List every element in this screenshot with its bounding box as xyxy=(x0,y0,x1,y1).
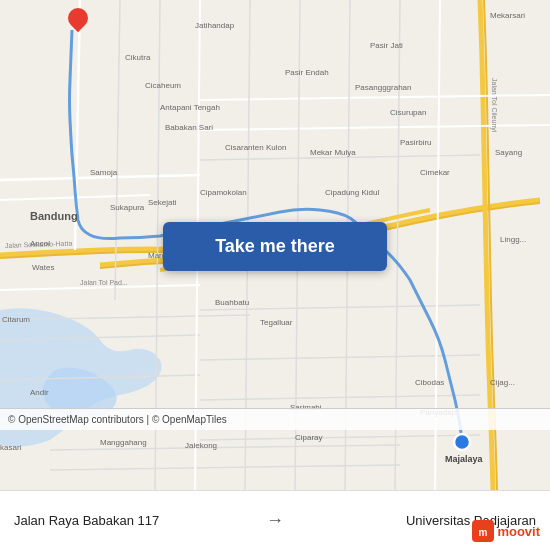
svg-text:Pasirbiru: Pasirbiru xyxy=(400,138,432,147)
svg-text:Mekar Mulya: Mekar Mulya xyxy=(310,148,356,157)
svg-text:Cimekar: Cimekar xyxy=(420,168,450,177)
svg-text:Cisurupan: Cisurupan xyxy=(390,108,426,117)
arrow-icon: → xyxy=(266,510,284,531)
svg-text:Pasir Endah: Pasir Endah xyxy=(285,68,329,77)
svg-text:Jalan Tol Cileunyi: Jalan Tol Cileunyi xyxy=(490,78,498,133)
svg-point-69 xyxy=(454,434,470,450)
svg-text:kasari: kasari xyxy=(0,443,22,452)
svg-text:Jatihandap: Jatihandap xyxy=(195,21,235,30)
svg-text:Sayang: Sayang xyxy=(495,148,522,157)
moovit-logo-text: moovit xyxy=(497,524,540,539)
moovit-icon: m xyxy=(472,520,494,542)
svg-text:Sekejati: Sekejati xyxy=(148,198,177,207)
origin-pin xyxy=(68,8,88,36)
svg-text:Cisaranten Kulon: Cisaranten Kulon xyxy=(225,143,286,152)
moovit-logo: m moovit xyxy=(472,520,540,542)
from-label: Jalan Raya Babakan 117 xyxy=(14,513,254,528)
svg-text:Mekarsari: Mekarsari xyxy=(490,11,525,20)
attribution-text: © OpenStreetMap contributors | © OpenMap… xyxy=(8,414,227,425)
svg-text:Manggahang: Manggahang xyxy=(100,438,147,447)
map-container: Bandung Jatihandap Cikutra Cicaheum Pasi… xyxy=(0,0,550,490)
bottom-bar: Jalan Raya Babakan 117 → Universitas Pad… xyxy=(0,490,550,550)
svg-text:Samoja: Samoja xyxy=(90,168,118,177)
svg-text:Ciparay: Ciparay xyxy=(295,433,323,442)
svg-text:Wates: Wates xyxy=(32,263,54,272)
svg-text:Ancol: Ancol xyxy=(30,239,50,248)
svg-text:Majalaya: Majalaya xyxy=(445,454,484,464)
svg-text:Cicaheum: Cicaheum xyxy=(145,81,181,90)
svg-text:Cibodas: Cibodas xyxy=(415,378,444,387)
attribution-bar: © OpenStreetMap contributors | © OpenMap… xyxy=(0,408,550,430)
svg-text:Bandung: Bandung xyxy=(30,210,78,222)
svg-text:Andir: Andir xyxy=(30,388,49,397)
svg-text:Cipamokolan: Cipamokolan xyxy=(200,188,247,197)
svg-text:Cijag...: Cijag... xyxy=(490,378,515,387)
svg-text:Lingg...: Lingg... xyxy=(500,235,526,244)
svg-text:Pasir Jati: Pasir Jati xyxy=(370,41,403,50)
take-me-there-button[interactable]: Take me there xyxy=(163,222,387,271)
svg-text:Buahbatu: Buahbatu xyxy=(215,298,249,307)
svg-text:Cikutra: Cikutra xyxy=(125,53,151,62)
svg-text:Antapani Tengah: Antapani Tengah xyxy=(160,103,220,112)
svg-text:Pasangggrahan: Pasangggrahan xyxy=(355,83,412,92)
svg-text:Babakan Sari: Babakan Sari xyxy=(165,123,213,132)
svg-text:m: m xyxy=(479,527,488,538)
svg-text:Jalan Tol Pad...: Jalan Tol Pad... xyxy=(80,279,128,286)
svg-text:Citarum: Citarum xyxy=(2,315,30,324)
svg-text:Cipadung Kidul: Cipadung Kidul xyxy=(325,188,379,197)
svg-text:Jalekong: Jalekong xyxy=(185,441,217,450)
svg-text:Sukapura: Sukapura xyxy=(110,203,145,212)
svg-text:Tegalluar: Tegalluar xyxy=(260,318,293,327)
